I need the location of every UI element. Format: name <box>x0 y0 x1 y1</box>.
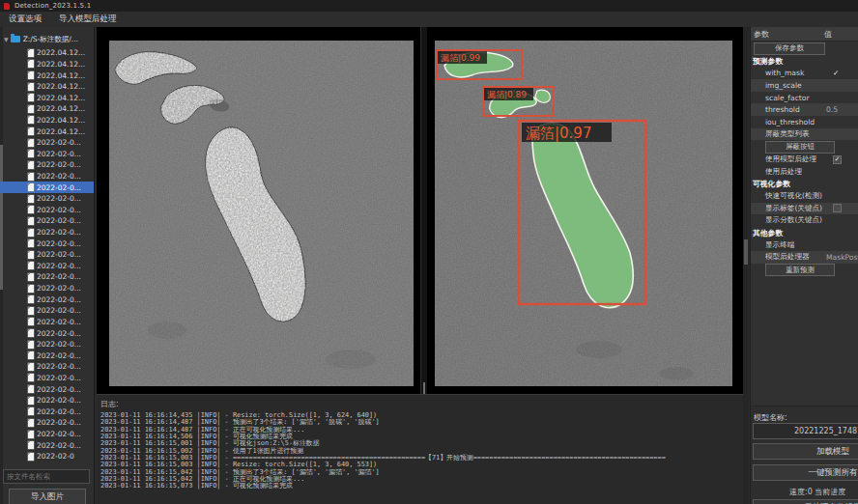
param-button[interactable]: 保存参数 <box>754 42 825 55</box>
search-input[interactable] <box>3 469 90 484</box>
tree-item[interactable]: 2022-02-0... <box>0 215 94 227</box>
tree-item[interactable]: 2022-02-0... <box>0 417 94 429</box>
file-icon <box>28 239 34 247</box>
tree-item[interactable]: 2022-02-0... <box>0 361 94 373</box>
tree-item[interactable]: 2022-02-0... <box>0 406 94 418</box>
tree-item-label: 2022-02-0... <box>37 351 81 360</box>
param-label: 可视化参数 <box>751 179 790 189</box>
model-name-field[interactable]: 20221225_174813 <box>753 423 858 439</box>
model-name-value: 20221225_174813 <box>794 427 858 435</box>
tree-item[interactable]: 2022-02-0... <box>0 182 94 193</box>
param-row[interactable]: iou_threshold <box>751 116 858 128</box>
param-row[interactable]: with_mask✓ <box>751 68 858 80</box>
file-icon <box>28 285 34 293</box>
tree-item[interactable]: 2022-02-0 <box>0 451 94 462</box>
param-row[interactable]: 显示终端 <box>751 238 858 251</box>
tree-item[interactable]: 2022.04.12... <box>0 59 94 70</box>
file-tree-panel: ▼ Z:/S-标注数据/... 2022.04.12...2022.04.12.… <box>0 27 95 504</box>
params-scrollbar-thumb[interactable] <box>744 239 748 265</box>
param-row[interactable]: img_scale <box>751 79 858 92</box>
param-row[interactable]: threshold0.5 <box>751 103 858 116</box>
tree-item[interactable]: 2022-02-0... <box>0 350 94 361</box>
app-window: Detection_2023.1.5.1 设置选项 导入模型后处理 ▼ Z:/S… <box>0 0 858 504</box>
param-label: 其他参数 <box>751 228 783 238</box>
tree-item-label: 2022-02-0... <box>37 318 81 326</box>
tree-item-label: 2022-02-0... <box>37 216 81 225</box>
tree-item-label: 2022.04.12... <box>37 60 85 69</box>
tree-item[interactable]: 2022-02-0... <box>0 271 94 283</box>
tree-root[interactable]: ▼ Z:/S-标注数据/... <box>4 34 78 44</box>
tree-item[interactable]: 2022-02-0... <box>0 159 94 171</box>
tree-item[interactable]: 2022-02-0... <box>0 193 94 205</box>
tree-item[interactable]: 2022-02-0... <box>0 317 94 328</box>
app-icon <box>4 3 10 10</box>
file-icon <box>28 83 34 91</box>
tree-item-label: 2022-02-0... <box>37 418 81 427</box>
prediction-image-view[interactable]: 漏箔|0.99 漏箔|0.89 漏箔|0.97 <box>435 41 732 386</box>
param-checkbox[interactable] <box>833 204 842 212</box>
params-scrollbar[interactable] <box>743 27 749 504</box>
param-button[interactable]: 屏蔽按钮 <box>765 141 835 154</box>
param-button[interactable]: 重新预测 <box>765 264 835 276</box>
param-row[interactable]: 显示分数(关键点) <box>751 214 858 227</box>
file-icon <box>28 385 34 393</box>
param-label: 使用后处理 <box>751 167 802 177</box>
param-row[interactable]: 屏蔽类型列表 <box>751 128 858 141</box>
tree-item-label: 2022.04.12... <box>37 48 85 57</box>
param-label: 模型后处理器 <box>751 252 810 262</box>
param-row[interactable]: 显示标签(关键点) <box>751 203 858 215</box>
param-row[interactable]: 快速可视化(检测) <box>751 190 858 203</box>
tree-item[interactable]: 2022-02-0... <box>0 238 94 249</box>
tree-item[interactable]: 2022.04.12... <box>0 47 94 59</box>
import-images-button[interactable]: 导入图片 <box>9 489 86 504</box>
load-model-button[interactable]: 加载模型 <box>753 443 858 460</box>
param-row[interactable]: 使用模型后处理✓ <box>751 154 858 166</box>
tree-item[interactable]: 2022-02-0... <box>0 373 94 384</box>
tree-item-label: 2022-02-0... <box>37 150 81 158</box>
param-label: 显示标签(关键点) <box>751 204 822 213</box>
param-checkbox[interactable]: ✓ <box>833 155 842 164</box>
tree-item[interactable]: 2022-02-0... <box>0 205 94 216</box>
param-label: scale_factor <box>751 94 810 102</box>
tree-item[interactable]: 2022-02-0... <box>0 294 94 305</box>
tree-item[interactable]: 2022-02-0... <box>0 249 94 261</box>
tree-item[interactable]: 2022.04.12... <box>0 103 94 115</box>
panel-splitter[interactable] <box>420 27 427 394</box>
expand-arrow-icon[interactable]: ▼ <box>4 36 9 42</box>
tree-item[interactable]: 2022-02-0... <box>0 148 94 159</box>
param-row[interactable]: scale_factor <box>751 92 858 104</box>
tree-item-label: 2022-02-0... <box>37 239 81 248</box>
file-icon <box>28 251 34 259</box>
menu-item-settings[interactable]: 设置选项 <box>0 12 50 27</box>
menu-item-import-postprocess[interactable]: 导入模型后处理 <box>50 12 126 27</box>
predict-all-button[interactable]: 一键预测所有 <box>753 464 858 481</box>
tree-item-label: 2022-02-0... <box>37 228 81 237</box>
tree-item-label: 2022-02-0... <box>37 430 81 438</box>
tree-item[interactable]: 2022-02-0... <box>0 261 94 272</box>
tree-item[interactable]: 2022-02-0... <box>0 339 94 350</box>
tree-item[interactable]: 2022.04.12... <box>0 115 94 126</box>
tree-item[interactable]: 2022.04.12... <box>0 70 94 81</box>
tree-item[interactable]: 2022-02-0... <box>0 227 94 238</box>
splitter-grip[interactable] <box>423 382 425 394</box>
file-icon <box>28 363 34 371</box>
postprocess-params-button[interactable]: 后处理参数设置 <box>753 499 858 504</box>
menu-bar: 设置选项 导入模型后处理 <box>0 12 858 28</box>
raw-image-view[interactable] <box>109 41 414 386</box>
tree-item[interactable]: 2022-02-0... <box>0 137 94 149</box>
tree-item[interactable]: 2022-02-0... <box>0 327 94 339</box>
tree-item[interactable]: 2022-02-0... <box>0 429 94 440</box>
tree-item[interactable]: 2022.04.12... <box>0 81 94 93</box>
tree-item[interactable]: 2022.04.12... <box>0 92 94 103</box>
tree-item[interactable]: 2022-02-0... <box>0 383 94 395</box>
tree-item[interactable]: 2022-02-0... <box>0 171 94 182</box>
tree-item[interactable]: 2022-02-0... <box>0 395 94 406</box>
param-row[interactable]: 使用后处理 <box>751 166 858 179</box>
tree-item-label: 2022.04.12... <box>37 104 85 113</box>
tree-item[interactable]: 2022-02-0... <box>0 439 94 451</box>
image-viewers: 漏箔|0.99 漏箔|0.89 漏箔|0.97 <box>97 27 744 394</box>
tree-item[interactable]: 2022.04.12... <box>0 126 94 137</box>
param-row[interactable]: 模型后处理器MaskPostPro <box>751 251 858 264</box>
tree-item[interactable]: 2022-02-0... <box>0 283 94 294</box>
tree-item[interactable]: 2022-02-0... <box>0 305 94 317</box>
